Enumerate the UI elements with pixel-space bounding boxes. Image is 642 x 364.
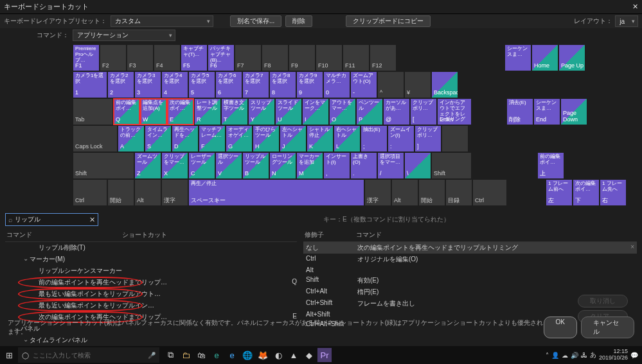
key-B[interactable]: リップルツールB <box>243 153 269 178</box>
key-F8[interactable]: F8 <box>262 45 288 71</box>
key--[interactable]: ズームアウト(O)- <box>351 72 377 98</box>
key-.[interactable]: 上書き(O). <box>351 153 377 178</box>
key-T[interactable]: 横書き文字ツールT <box>222 99 247 125</box>
key-:[interactable]: ズームイン(I): <box>388 126 414 152</box>
tray-ime[interactable]: あ <box>590 351 596 360</box>
key-Shift[interactable]: Shift <box>73 153 134 178</box>
key-;[interactable]: 抽出(E); <box>361 126 387 152</box>
tree-row[interactable]: 最も近い編集ポイントをリップルイン… <box>5 300 297 311</box>
mod-row[interactable]: Alt <box>303 265 637 275</box>
key-Home[interactable]: Home <box>532 45 558 71</box>
key-F12[interactable]: F12 <box>370 45 396 71</box>
taskview-icon[interactable]: ⧉ <box>163 348 177 362</box>
explorer-icon[interactable]: 🗀 <box>179 348 193 362</box>
key-F9[interactable]: F9 <box>289 45 315 71</box>
mod-row[interactable]: Ctrlオリジナルを編集(O) <box>303 254 637 265</box>
key-F5[interactable]: キャプチャ(T)...F5 <box>181 45 207 71</box>
edge-icon[interactable]: e <box>210 348 224 362</box>
search-input[interactable] <box>15 216 89 223</box>
key-5[interactable]: カメラ5を選択5 <box>189 72 215 98</box>
store-icon[interactable]: 🛍 <box>194 348 208 362</box>
key-L[interactable]: 右へシャトルL <box>334 126 360 152</box>
layout-dropdown[interactable]: ja <box>615 15 638 27</box>
undo-button[interactable]: 取り消し <box>578 295 628 308</box>
key-U[interactable]: スライドツールU <box>276 99 301 125</box>
key-F3[interactable]: F3 <box>127 45 153 71</box>
clock[interactable]: 12:15 2019/10/26 <box>599 349 628 361</box>
cancel-button[interactable]: キャンセル <box>581 316 634 338</box>
key-W[interactable]: 編集点を追加(A)W <box>141 99 166 125</box>
key-blank[interactable]: シーケンスま… <box>505 45 531 71</box>
key-Ctrl[interactable]: Ctrl <box>473 180 506 205</box>
key-V[interactable]: 選択ツールV <box>216 153 242 178</box>
start-button[interactable]: ⊞ <box>0 351 18 360</box>
delete-button[interactable]: 削除 <box>285 15 312 27</box>
key-4[interactable]: カメラ4を選択4 <box>162 72 188 98</box>
tree-row[interactable]: リップル削除(T) <box>5 242 297 254</box>
key-1[interactable]: カメラ1を選択1 <box>73 72 107 98</box>
key-0[interactable]: マルチカメラ…0 <box>324 72 350 98</box>
key-8[interactable]: カメラ8を選択8 <box>270 72 296 98</box>
key-][interactable]: クリップボリ…] <box>415 126 441 152</box>
key-Alt[interactable]: Alt <box>135 180 161 205</box>
key-Z[interactable]: ズームツールZ <box>135 153 161 178</box>
key-9[interactable]: カメラ9を選択9 <box>297 72 323 98</box>
key-上[interactable]: 前の編集ポイ…上 <box>538 153 564 178</box>
key-E[interactable]: 次の編集ポイ…E <box>168 99 193 125</box>
key-F4[interactable]: F4 <box>154 45 180 71</box>
key-¥[interactable]: ¥ <box>405 72 431 98</box>
key-削除[interactable]: 消去(E)削除 <box>507 99 533 125</box>
key-P[interactable]: ペンツールP <box>357 99 382 125</box>
tree-row[interactable]: ⌄マーカー(M) <box>5 254 297 265</box>
key-F11[interactable]: F11 <box>343 45 369 71</box>
key-3[interactable]: カメラ3を選択3 <box>135 72 161 98</box>
app2-icon[interactable]: ▲ <box>287 348 301 362</box>
key-Y[interactable]: スリップツールY <box>249 99 274 125</box>
key-@[interactable]: カーソルがあ…@ <box>384 99 409 125</box>
tray-net-icon[interactable]: 🖧 <box>581 352 587 359</box>
key-K[interactable]: シャトル停止K <box>307 126 333 152</box>
key-,[interactable]: インサート(I), <box>324 153 350 178</box>
command-dropdown[interactable]: アプリケーション <box>73 30 175 41</box>
preset-dropdown[interactable]: カスタム <box>111 15 213 27</box>
mod-row[interactable]: なし次の編集ポイントを再生ヘッドまでリップルトリミング× <box>303 242 637 254</box>
key-6[interactable]: カメラ6を選択6 <box>216 72 242 98</box>
ok-button[interactable]: OK <box>544 316 577 338</box>
key-左[interactable]: 1 フレーム前へ左 <box>546 180 572 205</box>
taskbar-search[interactable]: ◯ 🎤 <box>18 347 159 363</box>
key-R[interactable]: レート調整ツールR <box>195 99 220 125</box>
key-End[interactable]: シーケンスま…End <box>534 99 560 125</box>
premiere-icon[interactable]: Pr <box>317 348 332 362</box>
key-F[interactable]: マッチフレーム…F <box>199 126 225 152</box>
key-C[interactable]: レーザーツールC <box>189 153 215 178</box>
key-2[interactable]: カメラ2を選択2 <box>108 72 134 98</box>
key-Tab[interactable]: Tab <box>73 99 112 125</box>
tray-vol-icon[interactable]: 🔊 <box>571 352 578 359</box>
key-Alt[interactable]: Alt <box>392 180 418 205</box>
chrome-icon[interactable]: 🌐 <box>240 348 254 362</box>
key-F1[interactable]: Premiere Proヘルプ…F1 <box>73 45 99 71</box>
mod-row[interactable]: Shift有効(E) <box>303 275 637 286</box>
close-icon[interactable]: ✕ <box>632 3 638 11</box>
copy-clipboard-button[interactable]: クリップボードにコピー <box>346 15 431 27</box>
key-右[interactable]: 1 フレーム先へ右 <box>600 180 626 205</box>
app3-icon[interactable]: ◆ <box>302 348 316 362</box>
key-^[interactable]: ^ <box>378 72 404 98</box>
taskbar-search-input[interactable] <box>33 352 144 359</box>
key-blank[interactable] <box>442 126 468 152</box>
key-M[interactable]: マーカーを追加M <box>297 153 323 178</box>
key-[[interactable]: クリップボリ…[ <box>411 99 436 125</box>
key-N[interactable]: ローリングツールN <box>270 153 296 178</box>
key-Page Up[interactable]: Page Up <box>559 45 585 71</box>
key-Ctrl[interactable]: Ctrl <box>73 180 107 205</box>
key-7[interactable]: カメラ7を選択7 <box>243 72 269 98</box>
save-as-button[interactable]: 別名で保存... <box>230 15 281 27</box>
notif-icon[interactable]: 💬 <box>630 352 638 359</box>
tray-people-icon[interactable]: 👤 <box>551 352 559 359</box>
key-F10[interactable]: F10 <box>316 45 342 71</box>
ie-icon[interactable]: e <box>225 348 239 362</box>
key-G[interactable]: オーディオゲイ…G <box>226 126 252 152</box>
key-目録[interactable]: 目録 <box>446 180 472 205</box>
key-S[interactable]: タイムライン…S <box>145 126 171 152</box>
key-D[interactable]: 再生ヘッドを…D <box>172 126 198 152</box>
